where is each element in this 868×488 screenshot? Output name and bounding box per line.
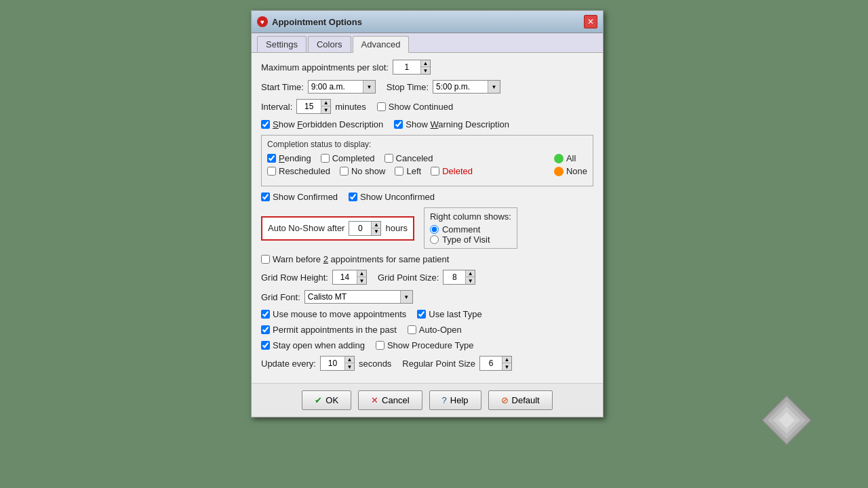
pending-checkbox[interactable] bbox=[267, 154, 276, 163]
minutes-label: minutes bbox=[335, 102, 366, 112]
show-forbidden-checkbox[interactable] bbox=[261, 120, 270, 129]
auto-noshow-box: Auto No-Show after ▲ ▼ hours bbox=[261, 216, 414, 241]
confirmed-row: Show Confirmed Show Unconfirmed bbox=[261, 192, 593, 202]
permit-past-checkbox[interactable] bbox=[261, 325, 270, 334]
grid-font-label: Grid Font: bbox=[261, 292, 300, 302]
stop-time-dropdown[interactable]: ▼ bbox=[433, 80, 500, 94]
tab-colors[interactable]: Colors bbox=[308, 36, 351, 52]
stop-time-label: Stop Time: bbox=[387, 82, 429, 92]
interval-input[interactable] bbox=[297, 100, 321, 113]
update-every-input[interactable] bbox=[321, 357, 344, 370]
grid-row-height-down[interactable]: ▼ bbox=[357, 277, 366, 284]
cancel-button[interactable]: ✕ Cancel bbox=[358, 390, 422, 410]
interval-spinbox[interactable]: ▲ ▼ bbox=[296, 99, 331, 114]
show-unconfirmed-checkbox[interactable] bbox=[349, 192, 357, 201]
left-checkbox[interactable] bbox=[395, 167, 403, 176]
deleted-checkbox[interactable] bbox=[431, 167, 439, 176]
auto-noshow-section: Auto No-Show after ▲ ▼ hours Right colum… bbox=[261, 207, 593, 249]
tab-settings[interactable]: Settings bbox=[257, 36, 307, 52]
regular-point-size-down[interactable]: ▼ bbox=[502, 363, 511, 370]
title-bar: ♥ Appointment Options ✕ bbox=[252, 11, 603, 33]
comment-radio-row: Comment bbox=[430, 224, 511, 235]
grid-point-size-input[interactable] bbox=[443, 270, 465, 284]
update-every-spinbox[interactable]: ▲ ▼ bbox=[320, 356, 355, 371]
stop-time-btn[interactable]: ▼ bbox=[488, 81, 500, 93]
warn-before-checkbox[interactable] bbox=[261, 255, 270, 264]
close-button[interactable]: ✕ bbox=[584, 15, 597, 28]
grid-font-dropdown-btn[interactable]: ▼ bbox=[400, 291, 412, 303]
update-every-up[interactable]: ▲ bbox=[344, 357, 354, 363]
comment-radio[interactable] bbox=[430, 225, 439, 234]
start-time-input[interactable] bbox=[309, 81, 363, 93]
max-appointments-down[interactable]: ▼ bbox=[420, 67, 430, 74]
grid-point-size-down[interactable]: ▼ bbox=[465, 277, 475, 284]
stay-open-checkbox[interactable] bbox=[261, 341, 270, 350]
diamond-icon bbox=[760, 393, 814, 447]
rescheduled-checkbox[interactable] bbox=[267, 167, 276, 176]
auto-noshow-down[interactable]: ▼ bbox=[371, 228, 380, 235]
show-continued-checkbox[interactable] bbox=[377, 102, 386, 111]
auto-noshow-spin-buttons: ▲ ▼ bbox=[371, 222, 380, 235]
grid-row-height-up[interactable]: ▲ bbox=[357, 270, 366, 277]
start-time-label: Start Time: bbox=[261, 82, 304, 92]
permit-past-row: Permit appointments in the past Auto-Ope… bbox=[261, 325, 593, 335]
completed-checkbox[interactable] bbox=[321, 154, 330, 163]
none-label: None bbox=[566, 166, 587, 176]
show-forbidden-row: Show Forbidden Description Show Warning … bbox=[261, 119, 593, 129]
grid-font-dropdown[interactable]: ▼ bbox=[304, 290, 413, 304]
ok-icon: ✔ bbox=[315, 395, 322, 405]
default-button[interactable]: ⊘ Default bbox=[488, 390, 553, 410]
none-button[interactable]: None bbox=[554, 166, 587, 176]
warn-before-row: Warn before 2 appointments for same pati… bbox=[261, 254, 593, 264]
use-mouse-row: Use mouse to move appointments bbox=[261, 309, 406, 319]
show-forbidden-checkbox-row: Show Forbidden Description bbox=[261, 119, 383, 129]
app-icon: ♥ bbox=[257, 16, 268, 27]
grid-row-height-input[interactable] bbox=[333, 270, 357, 284]
use-mouse-checkbox[interactable] bbox=[261, 310, 270, 319]
start-time-dropdown[interactable]: ▼ bbox=[308, 80, 376, 94]
max-appointments-spinbox[interactable]: 1 ▲ ▼ bbox=[393, 60, 431, 75]
auto-noshow-input[interactable] bbox=[349, 222, 371, 235]
ok-button[interactable]: ✔ OK bbox=[302, 390, 351, 410]
use-last-type-row: Use last Type bbox=[417, 309, 482, 319]
show-procedure-label: Show Procedure Type bbox=[387, 340, 474, 350]
max-appointments-input[interactable]: 1 bbox=[393, 60, 420, 74]
start-time-btn[interactable]: ▼ bbox=[363, 81, 375, 93]
update-every-down[interactable]: ▼ bbox=[344, 363, 354, 370]
left-row: Left bbox=[395, 166, 421, 176]
grid-font-input[interactable] bbox=[305, 291, 400, 303]
regular-point-size-up[interactable]: ▲ bbox=[502, 357, 511, 363]
type-of-visit-radio[interactable] bbox=[430, 235, 439, 244]
help-button[interactable]: ? Help bbox=[429, 390, 481, 410]
grid-point-size-up[interactable]: ▲ bbox=[465, 270, 475, 277]
interval-up[interactable]: ▲ bbox=[321, 100, 330, 106]
update-every-spin-buttons: ▲ ▼ bbox=[344, 357, 354, 370]
regular-point-size-label: Regular Point Size bbox=[402, 359, 475, 369]
regular-point-size-input[interactable] bbox=[480, 357, 502, 370]
tab-advanced[interactable]: Advanced bbox=[353, 36, 410, 53]
grid-font-row: Grid Font: ▼ bbox=[261, 290, 593, 304]
warn-before-label: Warn before 2 appointments for same pati… bbox=[273, 254, 449, 264]
comment-label: Comment bbox=[442, 224, 480, 235]
interval-label: Interval: bbox=[261, 102, 292, 112]
show-unconfirmed-row: Show Unconfirmed bbox=[349, 192, 435, 202]
regular-point-size-spinbox[interactable]: ▲ ▼ bbox=[479, 356, 512, 371]
auto-open-checkbox[interactable] bbox=[408, 325, 416, 334]
stop-time-input[interactable] bbox=[433, 81, 488, 93]
show-warning-checkbox[interactable] bbox=[394, 120, 403, 129]
grid-point-size-spinbox[interactable]: ▲ ▼ bbox=[443, 270, 475, 285]
auto-noshow-up[interactable]: ▲ bbox=[371, 222, 380, 228]
canceled-checkbox[interactable] bbox=[384, 154, 393, 163]
auto-noshow-spinbox[interactable]: ▲ ▼ bbox=[349, 221, 381, 236]
noshow-checkbox[interactable] bbox=[340, 167, 349, 176]
show-confirmed-checkbox[interactable] bbox=[261, 192, 270, 201]
grid-row-height-spinbox[interactable]: ▲ ▼ bbox=[332, 270, 367, 285]
title-bar-left: ♥ Appointment Options bbox=[257, 16, 362, 27]
all-button[interactable]: All bbox=[554, 153, 587, 163]
interval-down[interactable]: ▼ bbox=[321, 106, 330, 113]
use-last-type-checkbox[interactable] bbox=[417, 310, 426, 319]
none-icon bbox=[554, 167, 564, 176]
completion-row2: Rescheduled No show Left Deleted bbox=[267, 166, 549, 176]
max-appointments-up[interactable]: ▲ bbox=[420, 60, 430, 67]
show-procedure-checkbox[interactable] bbox=[376, 341, 384, 350]
